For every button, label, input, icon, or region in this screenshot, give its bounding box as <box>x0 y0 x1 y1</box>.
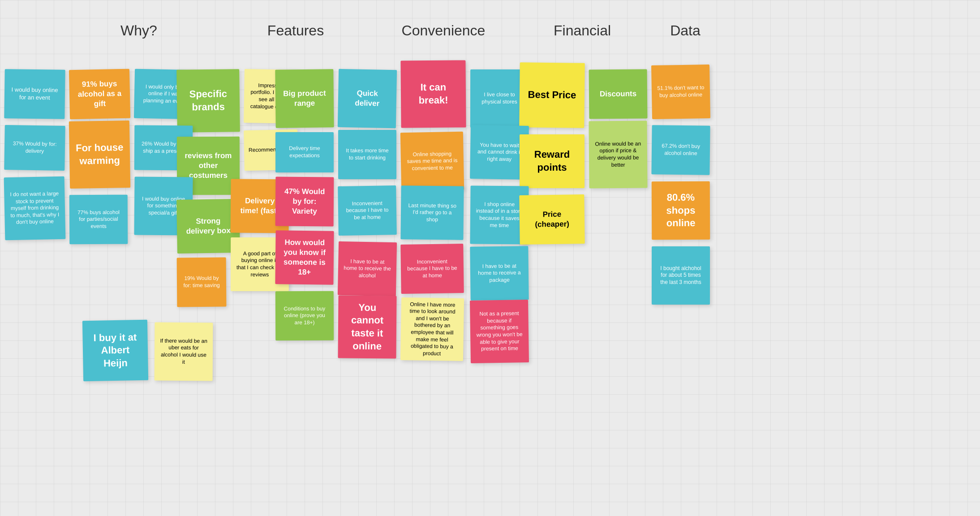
sticky-note-n39[interactable]: I have to be at home to receive the alco… <box>338 241 397 296</box>
sticky-note-n34[interactable]: Price (cheaper) <box>519 194 585 245</box>
sticky-note-n26[interactable]: 77% buys alcohol for parties/social even… <box>69 195 128 245</box>
sticky-note-n12[interactable]: 51.1% don't want to buy alcohol online <box>651 64 710 119</box>
sticky-note-n8[interactable]: It can break! <box>400 60 466 128</box>
sticky-note-n11[interactable]: Discounts <box>589 69 648 119</box>
sticky-board: Why?FeaturesConvenienceFinancialDataI wo… <box>0 0 980 516</box>
section-label-convenience: Convenience <box>394 22 493 39</box>
sticky-note-n1[interactable]: I would buy online for an event <box>4 69 65 119</box>
sticky-note-n38[interactable]: How would you know if someone is 18+ <box>275 230 334 284</box>
section-label-financial: Financial <box>533 22 632 39</box>
sticky-note-n42[interactable]: I bought alchohol for about 5 times the … <box>652 246 710 305</box>
sticky-note-n22[interactable]: Reward points <box>520 134 585 188</box>
sticky-note-n47[interactable]: I buy it at Albert Heijn <box>82 320 148 381</box>
sticky-note-n30[interactable]: 47% Would by for: Variety <box>275 177 334 227</box>
sticky-note-n35[interactable]: 80.6% shops online <box>652 181 710 240</box>
sticky-note-n24[interactable]: 67.2% don't buy alcohol online <box>651 125 710 175</box>
sticky-note-n7[interactable]: Quick deliver <box>338 69 397 128</box>
section-label-data: Data <box>636 22 735 39</box>
sticky-note-n48[interactable]: If there would be an uber eats for alcoh… <box>155 322 213 381</box>
sticky-note-n45[interactable]: Online I have more time to look around a… <box>400 297 464 361</box>
sticky-note-n32[interactable]: Last minute thing so I'd rather go to a … <box>400 185 464 240</box>
sticky-note-n19[interactable]: It takes more time to start drinking <box>338 130 396 179</box>
sticky-note-n2[interactable]: 91% buys alcohol as a gift <box>69 69 130 120</box>
sticky-note-n40[interactable]: Inconvenient because I have to be at hom… <box>400 244 464 294</box>
sticky-note-n13[interactable]: 37% Would by for: delivery <box>4 125 65 171</box>
sticky-note-n4[interactable]: Specific brands <box>176 69 240 133</box>
sticky-note-n25[interactable]: I do not want a large stock to prevent m… <box>4 176 66 241</box>
sticky-note-n41[interactable]: I have to be at home to receive a packag… <box>470 246 529 300</box>
sticky-note-n43[interactable]: Conditions to buy online (prove you are … <box>275 291 334 340</box>
sticky-note-n44[interactable]: You cannot taste it online <box>338 296 396 359</box>
sticky-note-n14[interactable]: For house warming <box>69 120 130 189</box>
sticky-note-n23[interactable]: Online would be an option if price & del… <box>589 121 647 189</box>
sticky-note-n46[interactable]: Not as a present because if something go… <box>470 300 529 363</box>
section-label-features: Features <box>246 22 345 39</box>
sticky-note-n31[interactable]: Inconvenient because I have to be at hom… <box>338 185 397 236</box>
sticky-note-n10[interactable]: Best Price <box>519 62 585 128</box>
sticky-note-n36[interactable]: 19% Would by for: time saving <box>177 258 227 307</box>
sticky-note-n18[interactable]: Delivery time expectations <box>275 132 334 172</box>
sticky-note-n6[interactable]: Big product range <box>275 69 334 128</box>
sticky-note-n20[interactable]: Online shopping saves me time and is con… <box>400 132 464 191</box>
section-label-why: Why? <box>90 22 188 39</box>
